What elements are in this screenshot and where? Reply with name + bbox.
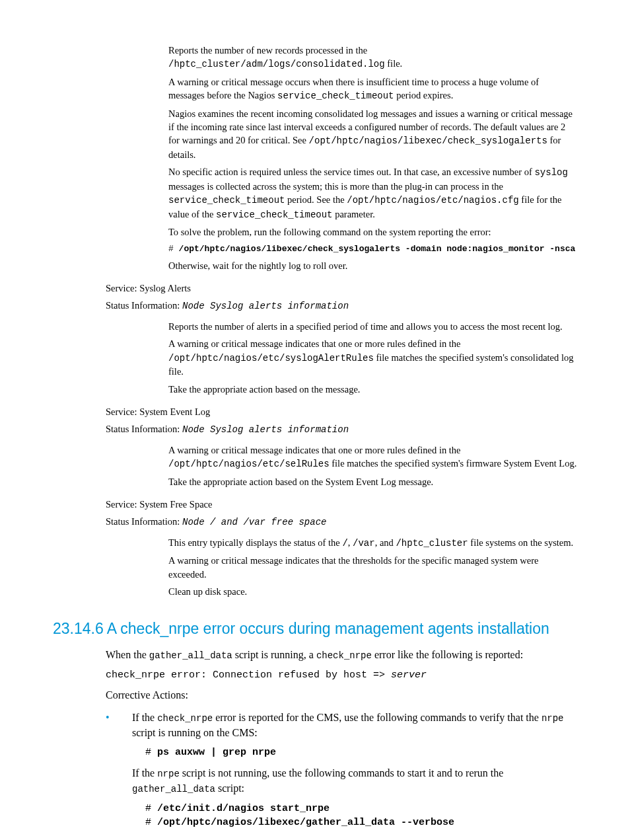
para: Corrective Actions: (106, 687, 577, 703)
syslog-rate-description: Reports the number of new records proces… (168, 44, 577, 272)
para: Nagios examines the recent incoming cons… (168, 107, 577, 161)
status-value: Node Syslog alerts information (182, 301, 349, 311)
t: file systems on the system. (468, 537, 574, 548)
path: /opt/hptc/nagios/etc/selRules (168, 459, 330, 469)
prompt: # (145, 803, 157, 814)
service-label: Service: System Event Log (106, 405, 577, 418)
service-system-free-space: Service: System Free Space Status Inform… (106, 498, 577, 529)
para: Take the appropriate action based on the… (168, 383, 577, 396)
t: Status Information: (106, 300, 182, 311)
t: Status Information: (106, 516, 182, 527)
t: file matches the specified system's firm… (330, 458, 577, 469)
command: /etc/init.d/nagios start_nrpe (157, 803, 330, 814)
code: / (342, 538, 347, 549)
service-syslog-alerts: Service: Syslog Alerts Status Informatio… (106, 282, 577, 313)
t: messages is collected across the system;… (168, 181, 503, 192)
command-line: # /etc/init.d/nagios start_nrpe (145, 802, 577, 816)
status-value: Node / and /var free space (182, 517, 326, 527)
t: error like the following is reported: (372, 649, 523, 660)
t: error is reported for the CMS, use the f… (213, 712, 542, 723)
command-line: # ps auxww | grep nrpe (145, 745, 577, 760)
section-body: When the gather_all_data script is runni… (106, 647, 577, 834)
code: nrpe (542, 713, 564, 724)
para: A warning or critical message indicates … (168, 337, 577, 378)
t: script: (215, 783, 244, 794)
para: When the gather_all_data script is runni… (106, 647, 577, 662)
para: Take the appropriate action based on the… (168, 475, 577, 488)
code: nrpe (157, 769, 180, 779)
command: /opt/hptc/nagios/libexec/check_syslogale… (179, 244, 576, 254)
system-event-log-body: A warning or critical message indicates … (168, 443, 577, 488)
t: period expires. (394, 90, 454, 100)
t: If the (132, 712, 157, 723)
prompt: # (168, 244, 179, 254)
command: /opt/hptc/nagios/libexec/gather_all_data… (157, 817, 454, 828)
t: parameter. (333, 209, 375, 219)
code: /var (353, 538, 375, 549)
para: To solve the problem, run the following … (168, 225, 577, 239)
status-line: Status Information: Node Syslog alerts i… (106, 299, 577, 313)
path: /opt/hptc/nagios/etc/syslogAlertRules (168, 353, 374, 363)
t: , (348, 537, 353, 548)
code: /hptc_cluster (396, 538, 468, 549)
code: syslog (534, 167, 567, 178)
t: check_nrpe error: Connection refused by … (106, 669, 391, 681)
path: /hptc_cluster/adm/logs/consolidated.log (168, 59, 385, 69)
status-value: Node Syslog alerts information (182, 424, 349, 435)
t: If the (132, 767, 157, 779)
code: service_check_timeout (277, 91, 394, 101)
status-line: Status Information: Node Syslog alerts i… (106, 422, 577, 437)
t: When the (106, 649, 149, 660)
command-block: # /etc/init.d/nagios start_nrpe # /opt/h… (145, 802, 577, 831)
section-heading: 23.14.6 A check_nrpe error occurs during… (53, 618, 577, 639)
prompt: # (145, 747, 157, 758)
error-output: check_nrpe error: Connection refused by … (106, 668, 577, 683)
t: No specific action is required unless th… (168, 167, 534, 177)
t: file. (385, 58, 403, 69)
code: service_check_timeout (168, 195, 285, 206)
t: This entry typically displays the status… (168, 537, 342, 548)
para: This entry typically displays the status… (168, 536, 577, 551)
command-line: # /opt/hptc/nagios/libexec/check_sysloga… (168, 243, 577, 255)
para: Otherwise, wait for the nightly log to r… (168, 259, 577, 272)
t: period. See the (285, 194, 347, 205)
t: script is not running, use the following… (180, 767, 504, 779)
para: A warning or critical message indicates … (168, 554, 577, 581)
bullet-icon: • (106, 710, 132, 834)
bullet-body: If the check_nrpe error is reported for … (132, 710, 577, 834)
para: Reports the number of new records proces… (168, 44, 577, 71)
t: script is running on the CMS: (132, 727, 258, 738)
para: No specific action is required unless th… (168, 165, 577, 221)
code: service_check_timeout (216, 210, 332, 220)
command-line: # /opt/hptc/nagios/libexec/gather_all_da… (145, 816, 577, 830)
t: Reports the number of new records proces… (168, 45, 367, 56)
syslog-alerts-body: Reports the number of alerts in a specif… (168, 320, 577, 396)
prompt: # (145, 817, 157, 828)
code: check_nrpe (157, 713, 213, 724)
path: /opt/hptc/nagios/libexec/check_syslogale… (309, 135, 547, 146)
service-label: Service: Syslog Alerts (106, 282, 577, 295)
status-line: Status Information: Node / and /var free… (106, 515, 577, 529)
para: Clean up disk space. (168, 585, 577, 598)
t: Status Information: (106, 424, 182, 434)
var: server (391, 669, 427, 681)
para: If the nrpe script is not running, use t… (132, 765, 577, 796)
bullet-item: • If the check_nrpe error is reported fo… (106, 710, 577, 834)
para: A warning or critical message occurs whe… (168, 75, 577, 103)
code: gather_all_data (132, 784, 215, 794)
code: check_nrpe (316, 650, 372, 661)
t: , and (375, 537, 396, 548)
t: A warning or critical message indicates … (168, 338, 461, 349)
t: script is running, a (232, 649, 316, 660)
code: gather_all_data (149, 650, 232, 661)
para: If the check_nrpe error is reported for … (132, 710, 577, 740)
system-free-space-body: This entry typically displays the status… (168, 536, 577, 598)
service-label: Service: System Free Space (106, 498, 577, 511)
t: A warning or critical message indicates … (168, 445, 461, 455)
service-system-event-log: Service: System Event Log Status Informa… (106, 405, 577, 437)
command: ps auxww | grep nrpe (157, 747, 276, 758)
path: /opt/hptc/nagios/etc/nagios.cfg (347, 195, 518, 206)
para: A warning or critical message indicates … (168, 443, 577, 471)
para: Reports the number of alerts in a specif… (168, 320, 577, 333)
